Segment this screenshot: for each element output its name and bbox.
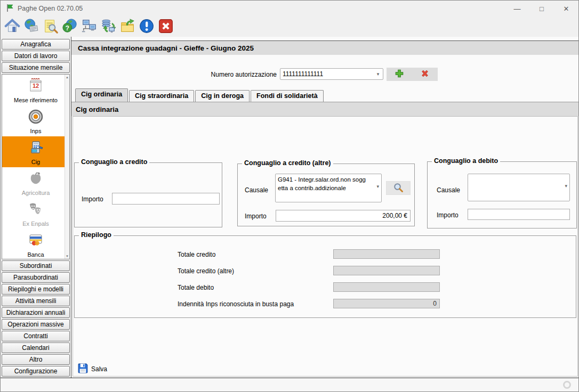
window-controls: — □ ✕ [505,1,578,17]
database-sync-button[interactable] [99,18,118,36]
cash-register-icon [27,139,44,157]
cig-tabs: Cig ordinaria Cig straordinaria Cig in d… [75,88,325,102]
globe-help-icon: ? [62,18,78,36]
title-bar: Paghe Open 02.70.05 — □ ✕ [1,1,578,17]
scroll-up-icon[interactable]: ▲ [65,75,69,80]
tab-cig-straordinaria[interactable]: Cig straordinaria [129,90,194,102]
totale-credito-field [333,249,440,259]
groupbox-title: Conguaglio a credito (altre) [242,159,333,167]
scroll-down-icon[interactable]: ▼ [65,254,69,259]
indennita-inps-field [333,299,440,308]
chevron-down-icon: ▾ [376,184,379,189]
window-body: Anagrafica Datori di lavoro Situazione m… [1,37,578,378]
database-sync-icon [100,18,116,36]
sidebar-item-attivita-mensili[interactable]: Attività mensili [2,296,70,306]
exit-button[interactable] [156,18,175,36]
exit-icon [158,18,174,36]
apple-icon [27,170,44,188]
sidebar-item-parasubordinati[interactable]: Parasubordinati [2,272,70,283]
delete-authorization-button[interactable] [416,68,434,80]
search-document-button[interactable] [41,18,60,36]
groupbox-title: Conguaglio a credito [79,158,149,166]
causale-altre-combobox[interactable]: G941 - Integr.salar.ord.non soggetta a c… [275,174,382,202]
nav-item-banca[interactable]: Banca [2,229,69,259]
note-search-icon [43,18,59,36]
totale-debito-label: Totale debito [178,284,214,291]
floppy-disk-icon [77,363,89,375]
totale-credito-label: Totale credito [178,251,215,258]
groupbox-title: Riepilogo [79,231,114,239]
authorization-combobox[interactable]: 1111111111111 ▾ [280,68,383,80]
app-flag-icon [6,4,13,14]
close-button[interactable]: ✕ [554,1,578,17]
home-icon [4,18,20,36]
importo-credito-input[interactable] [112,193,220,205]
causale-altre-label: Causale [245,186,268,194]
save-button[interactable]: Salva [75,362,109,376]
tab-cig-ordinaria[interactable]: Cig ordinaria [75,88,128,102]
page-header: Cassa integrazione guadagni - Gieffe - G… [71,40,578,55]
nav-item-cig[interactable]: Cig [2,136,69,167]
sidebar-item-dichiarazioni-annuali[interactable]: Dichiarazioni annuali [2,307,70,318]
minimize-button[interactable]: — [505,1,529,17]
importo-debito-input[interactable] [468,209,570,220]
nav-item-inps[interactable]: Inps [2,105,69,136]
indennita-inps-label: Indennità Inps riconosciuta in busta pag… [178,300,294,308]
causale-altre-value: G941 - Integr.salar.ord.non soggetta a c… [278,176,368,192]
calendar-12-icon: 12 [27,77,44,95]
authorization-label: Numero autorizzazione [199,71,277,78]
network-icon [81,18,97,36]
nav-item-mese-riferimento[interactable]: 12 Mese riferimento [2,75,69,105]
sidebar-scrollbar[interactable]: ▲ ▼ [65,75,69,259]
main-toolbar: ? [1,17,578,37]
help-button[interactable]: ? [60,18,79,36]
nav-item-ex-enpals: Ex Enpals [2,198,69,229]
folder-export-button[interactable] [118,18,137,36]
groupbox-title: Conguaglio a debito [432,157,500,165]
info-icon [139,18,155,36]
add-authorization-button[interactable] [390,68,408,80]
network-button[interactable] [79,18,99,36]
nav-item-label: Banca [27,251,44,258]
sidebar-item-altro[interactable]: Altro [2,354,70,365]
sidebar-item-calendari[interactable]: Calendari [2,342,70,353]
causale-debito-label: Causale [437,186,460,194]
sidebar-item-operazioni-massive[interactable]: Operazioni massive [2,319,70,330]
section-header: Cig ordinaria [71,102,578,116]
sidebar-item-riepiloghi-e-modelli[interactable]: Riepiloghi e modelli [2,284,70,295]
status-bar [1,378,578,391]
info-button[interactable] [137,18,156,36]
sidebar-item-datori-di-lavoro[interactable]: Datori di lavoro [2,51,70,61]
tab-content: Conguaglio a credito Importo Conguaglio … [73,116,578,377]
svg-text:12: 12 [33,83,39,89]
target-icon [27,108,44,126]
sidebar-item-anagrafica[interactable]: Anagrafica [2,39,70,50]
nav-item-label: Agricoltura [22,190,50,196]
status-spinner-icon [563,381,571,389]
nav-item-label: Inps [30,128,42,134]
nav-item-agricoltura: Agricoltura [2,167,69,198]
sidebar-item-contratti[interactable]: Contratti [2,331,70,341]
authorization-actions [387,68,438,81]
causale-debito-combobox[interactable]: ▾ [468,174,570,201]
main-panel: Cassa integrazione guadagni - Gieffe - G… [71,37,578,378]
sidebar-item-situazione-mensile[interactable]: Situazione mensile [2,62,70,73]
news-button[interactable] [22,18,41,36]
window-title: Paghe Open 02.70.05 [18,5,83,12]
section-title: Cig ordinaria [76,105,118,113]
groupbox-conguaglio-credito: Conguaglio a credito Importo [74,162,222,227]
importo-altre-input[interactable] [276,210,411,222]
red-x-icon [420,69,430,80]
authorization-value: 1111111111111 [280,69,373,79]
sidebar-item-subordinati[interactable]: Subordinati [2,260,70,271]
tab-cig-in-deroga[interactable]: Cig in deroga [195,90,250,102]
sidebar-item-configurazione[interactable]: Configurazione [2,366,70,377]
causale-lookup-button[interactable] [386,181,411,195]
tab-fondi-di-solidarieta[interactable]: Fondi di solidarietà [251,90,324,102]
chevron-down-icon: ▾ [565,183,567,189]
importo-credito-label: Importo [82,195,103,203]
home-button[interactable] [3,18,22,36]
app-window: Paghe Open 02.70.05 — □ ✕ ? [0,0,579,392]
groupbox-riepilogo: Riepilogo Totale credito Totale credito … [74,235,576,318]
maximize-button[interactable]: □ [529,1,554,17]
